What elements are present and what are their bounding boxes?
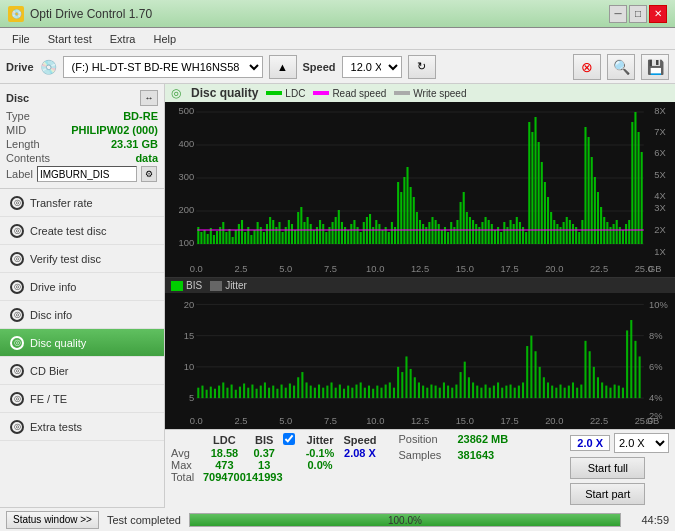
eject-icon: ▲	[277, 61, 288, 73]
svg-rect-49	[291, 224, 293, 244]
svg-rect-229	[364, 388, 366, 398]
svg-rect-43	[272, 220, 274, 244]
sidebar-item-fe-te[interactable]: ◎ FE / TE	[0, 385, 164, 413]
svg-rect-143	[584, 127, 586, 244]
svg-rect-196	[226, 388, 228, 398]
disc-refresh-button[interactable]: ↔	[140, 90, 158, 106]
disc-quality-icon: ◎	[10, 336, 24, 350]
svg-rect-104	[463, 192, 465, 244]
svg-rect-261	[497, 382, 499, 398]
menu-help[interactable]: Help	[145, 31, 184, 47]
start-part-button[interactable]: Start part	[570, 483, 645, 505]
drive-select[interactable]: (F:) HL-DT-ST BD-RE WH16NS58 1.V1	[63, 56, 263, 78]
disc-label-icon[interactable]: ⚙	[141, 166, 157, 182]
progress-text: 100.0%	[190, 514, 620, 528]
svg-rect-55	[310, 224, 312, 244]
speed-select[interactable]: 2.0 X 4.0 X	[614, 433, 669, 453]
scan-button[interactable]: 🔍	[607, 54, 635, 80]
svg-rect-220	[326, 386, 328, 398]
sidebar-item-disc-quality[interactable]: ◎ Disc quality	[0, 329, 164, 357]
svg-rect-157	[628, 220, 630, 244]
svg-rect-48	[288, 220, 290, 244]
svg-rect-242	[418, 382, 420, 398]
svg-rect-189	[197, 388, 199, 398]
svg-rect-59	[322, 224, 324, 244]
save-button[interactable]: 💾	[641, 54, 669, 80]
chart2-header: BIS Jitter	[165, 278, 675, 293]
svg-rect-252	[460, 372, 462, 398]
avg-bis: 0.37	[246, 447, 283, 459]
minimize-button[interactable]: ─	[609, 5, 627, 23]
refresh-button[interactable]: ↻	[408, 55, 436, 79]
menu-start-test[interactable]: Start test	[40, 31, 100, 47]
fe-te-label: FE / TE	[30, 393, 67, 405]
svg-rect-191	[206, 390, 208, 398]
max-ldc: 473	[203, 459, 246, 471]
svg-rect-282	[584, 341, 586, 398]
maximize-button[interactable]: □	[629, 5, 647, 23]
sidebar-item-transfer-rate[interactable]: ◎ Transfer rate	[0, 189, 164, 217]
svg-rect-90	[419, 220, 421, 244]
legend-read-speed: Read speed	[313, 88, 386, 99]
svg-rect-131	[547, 197, 549, 244]
jitter-checkbox[interactable]	[283, 433, 295, 445]
svg-rect-283	[589, 351, 591, 398]
svg-rect-130	[544, 182, 546, 244]
svg-rect-46	[282, 232, 284, 244]
speed-label: Speed	[303, 61, 336, 73]
svg-rect-216	[310, 386, 312, 398]
sidebar-item-extra-tests[interactable]: ◎ Extra tests	[0, 413, 164, 441]
disc-label-input[interactable]	[37, 166, 137, 182]
start-full-button[interactable]: Start full	[570, 457, 645, 479]
close-button[interactable]: ✕	[649, 5, 667, 23]
svg-rect-56	[313, 230, 315, 244]
svg-rect-234	[385, 385, 387, 399]
eject-button[interactable]: ▲	[269, 55, 297, 79]
sidebar-item-drive-info[interactable]: ◎ Drive info	[0, 273, 164, 301]
svg-rect-291	[622, 388, 624, 398]
speed-select[interactable]: 12.0 X	[342, 56, 402, 78]
erase-button[interactable]: ⊗	[573, 54, 601, 80]
status-window-button[interactable]: Status window >>	[6, 511, 99, 529]
disc-quality-label: Disc quality	[30, 337, 86, 349]
legend-bis-label: BIS	[186, 280, 202, 291]
svg-rect-60	[325, 232, 327, 244]
max-bis: 13	[246, 459, 283, 471]
disc-info-icon: ◎	[10, 308, 24, 322]
svg-rect-153	[616, 220, 618, 244]
max-jitter: 0.0%	[303, 459, 338, 471]
svg-rect-257	[480, 388, 482, 398]
svg-rect-71	[360, 232, 362, 244]
svg-rect-226	[351, 388, 353, 398]
menu-file[interactable]: File	[4, 31, 38, 47]
svg-rect-205	[264, 382, 266, 398]
position-value: 23862 MB	[457, 433, 508, 445]
svg-rect-259	[489, 388, 491, 398]
transfer-rate-icon: ◎	[10, 196, 24, 210]
svg-rect-213	[297, 377, 299, 398]
svg-rect-292	[626, 330, 628, 398]
total-bis: 141993	[246, 471, 283, 483]
svg-rect-0	[165, 102, 675, 277]
svg-rect-272	[543, 377, 545, 398]
drive-info-label: Drive info	[30, 281, 76, 293]
speed-buttons-area: 2.0 X 2.0 X 4.0 X Start full Start part	[570, 433, 669, 505]
svg-rect-287	[605, 386, 607, 398]
svg-text:8X: 8X	[654, 106, 665, 116]
svg-text:5X: 5X	[654, 170, 665, 180]
sidebar-item-verify-test-disc[interactable]: ◎ Verify test disc	[0, 245, 164, 273]
total-label: Total	[171, 471, 203, 483]
disc-label-row: Label ⚙	[6, 166, 158, 182]
svg-rect-212	[293, 386, 295, 398]
sidebar-item-create-test-disc[interactable]: ◎ Create test disc	[0, 217, 164, 245]
svg-rect-222	[335, 388, 337, 398]
svg-rect-136	[563, 222, 565, 244]
svg-rect-99	[447, 232, 449, 244]
svg-rect-275	[555, 388, 557, 398]
svg-rect-155	[622, 230, 624, 244]
sidebar-item-disc-info[interactable]: ◎ Disc info	[0, 301, 164, 329]
menu-extra[interactable]: Extra	[102, 31, 144, 47]
svg-rect-218	[318, 385, 320, 399]
sidebar-item-cd-bier[interactable]: ◎ CD Bier	[0, 357, 164, 385]
svg-rect-88	[413, 197, 415, 244]
